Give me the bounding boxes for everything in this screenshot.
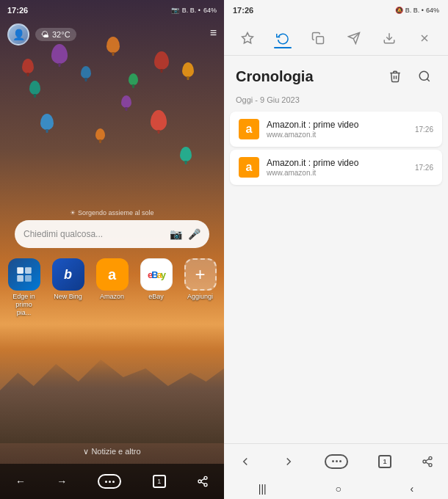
left-panel: 17:26 📷 B. B. • 64% 👤 🌤 32°C ≡ ☀ Sorgend… [0,0,224,499]
android-nav-right: ||| ○ ‹ [224,478,448,499]
ebay-icon: eBay [140,258,173,291]
status-bar-right: 17:26 🔕 B. B. • 64% [224,0,448,21]
profile-area: 👤 🌤 32°C [7,23,76,45]
search-history-button[interactable] [413,65,436,88]
search-bar[interactable]: Chiedimi qualcosa... 📷 🎤 [15,220,209,248]
star-button[interactable] [236,26,259,50]
app-item-newbing[interactable]: b New Bing [52,258,84,316]
balloon-7 [182,62,194,77]
svg-line-22 [425,459,429,461]
site-title-2: Amazon.it : prime video [267,158,408,168]
history-button[interactable] [271,26,295,50]
history-item[interactable]: a Amazon.it : prime video www.amazon.it … [230,150,442,185]
status-bar-left: 17:26 📷 B. B. • 64% [0,0,224,21]
android-home-icon[interactable]: ○ [335,483,341,495]
carrier-right: B. B. • [405,7,424,14]
status-time-right: 17:26 [233,6,253,15]
back-button-left[interactable]: ← [15,476,26,487]
tabs-button-left[interactable]: 1 [153,475,166,488]
svg-marker-9 [242,32,253,43]
balloon-6 [154,51,169,70]
history-title: Cronologia [236,68,314,85]
sunrise-text: ☀ Sorgendo assieme al sole [0,209,224,216]
balloon-8 [29,81,40,95]
carrier-signal-left: B. B. • [182,7,200,14]
notification-icon: 📷 [171,7,179,14]
forward-button-left[interactable]: → [57,476,67,487]
balloon-11 [40,114,54,130]
send-button[interactable] [342,26,366,50]
app-item-edge[interactable]: Edge inprimo pia... [8,258,40,316]
add-label: Aggiungi [187,293,213,301]
temperature: 32°C [52,30,71,39]
amazon-favicon-2: a [239,157,259,178]
share-button-left[interactable] [197,476,209,487]
settings-button[interactable]: ≡ [210,26,217,40]
wifi-icon-right: 🔕 [395,7,403,14]
app-item-amazon[interactable]: a Amazon [96,258,129,316]
share-button-right[interactable] [422,456,433,467]
android-back-icon[interactable]: ‹ [410,483,413,495]
newbing-label: New Bing [54,293,82,301]
history-info-2: Amazon.it : prime video www.amazon.it [267,158,408,177]
history-time-2: 17:26 [415,164,433,172]
status-time-left: 17:26 [7,6,28,15]
download-button[interactable] [377,26,401,50]
mic-icon[interactable]: 🎤 [188,228,200,240]
svg-point-16 [419,71,428,80]
avatar[interactable]: 👤 [7,23,29,45]
tabs-button-right[interactable]: 1 [378,455,391,468]
camera-icon[interactable]: 📷 [170,228,182,240]
history-info-1: Amazon.it : prime video www.amazon.it [267,120,408,139]
svg-rect-0 [17,267,24,274]
balloon-1 [22,59,34,73]
edge-icon [8,258,40,291]
app-item-ebay[interactable]: eBay eBay [140,258,173,316]
bottom-nav-left: ← → 1 [0,464,224,499]
overflow-button-left[interactable] [98,474,121,489]
forward-button-right[interactable] [282,455,295,468]
balloon-13 [180,147,192,161]
copy-tab-button[interactable] [306,26,330,50]
status-icons-left: 📷 B. B. • 64% [171,7,217,14]
delete-history-button[interactable] [383,65,407,88]
balloon-9 [121,95,131,108]
history-item[interactable]: a Amazon.it : prime video www.amazon.it … [230,112,442,147]
browser-toolbar [224,21,448,56]
balloon-5 [129,73,138,85]
amazon-label: Amazon [100,293,124,301]
balloon-2 [51,44,68,64]
edge-label: Edge inprimo pia... [8,293,40,316]
svg-rect-1 [25,267,32,274]
svg-point-18 [429,456,432,459]
svg-point-20 [429,463,432,466]
svg-point-5 [198,480,201,483]
history-time-1: 17:26 [415,125,433,134]
app-row: Edge inprimo pia... b New Bing a Amazon … [0,258,224,316]
close-button[interactable] [413,26,436,50]
ebay-label: eBay [148,293,164,301]
amazon-favicon-1: a [239,119,259,139]
svg-line-7 [201,482,205,484]
android-menu-icon[interactable]: ||| [259,483,267,495]
svg-rect-2 [17,275,24,282]
app-item-add[interactable]: + Aggiungi [184,258,217,316]
svg-rect-3 [25,275,32,282]
amazon-icon: a [96,258,129,291]
site-title-1: Amazon.it : prime video [267,120,408,130]
balloon-12 [95,128,105,140]
svg-rect-10 [317,36,324,43]
history-content: Cronologia Oggi - 9 Giu 2023 a [224,56,448,443]
tabs-icon-left: 1 [153,475,166,488]
history-date-group: Oggi - 9 Giu 2023 [224,91,448,109]
battery-right: 64% [426,7,439,14]
svg-point-4 [204,476,207,479]
back-button-right[interactable] [239,455,252,468]
newbing-icon: b [52,258,84,291]
svg-point-19 [423,460,426,463]
status-icons-right: 🔕 B. B. • 64% [395,7,439,14]
news-button[interactable]: ∨ Notizie e altro [0,447,224,456]
balloon-10 [151,110,167,131]
overflow-button-right[interactable] [325,454,348,469]
weather-badge: 🌤 32°C [35,28,76,41]
